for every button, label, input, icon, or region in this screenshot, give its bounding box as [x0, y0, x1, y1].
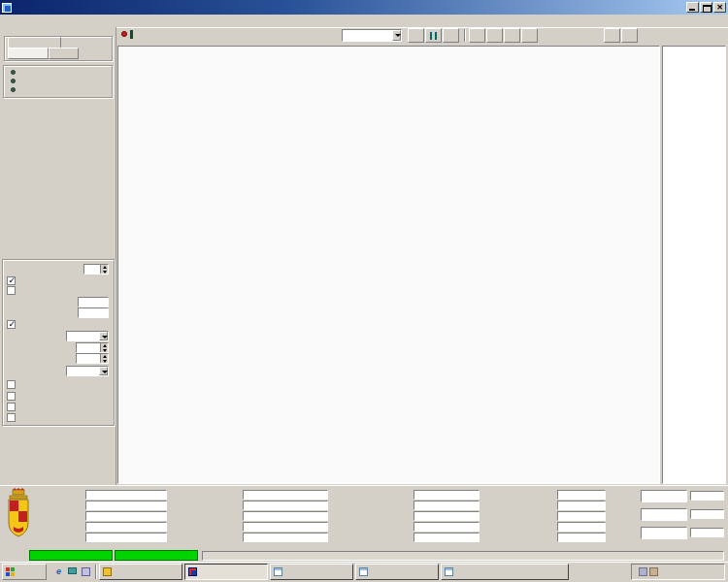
folder-icon	[103, 567, 112, 576]
beam-roll-value	[414, 522, 480, 532]
signature-value	[414, 501, 480, 510]
tray-monitor-icon[interactable]	[639, 567, 647, 576]
display-images-groupbox	[3, 65, 113, 98]
max-range-field[interactable]	[78, 307, 109, 318]
depth-tick-spin-icons[interactable]	[100, 354, 108, 363]
menu-bar	[0, 15, 728, 27]
menu-help[interactable]	[41, 20, 54, 22]
system-tray	[631, 564, 725, 580]
document-icon	[359, 567, 368, 576]
roll-waveform	[641, 490, 687, 502]
threed-checkbox[interactable]	[7, 413, 16, 422]
pitch-waveform	[641, 508, 687, 521]
heave-value	[690, 528, 724, 537]
min-range-field[interactable]	[78, 297, 109, 307]
raw-file-indicator	[29, 550, 113, 561]
speed-value	[243, 511, 328, 521]
beam-bar-icon	[130, 30, 133, 39]
echogram-display[interactable]	[117, 46, 660, 484]
latitude-value	[243, 490, 328, 500]
sec-freq-value	[414, 511, 480, 521]
survey-combo-dropdown-icon[interactable]	[392, 30, 401, 41]
quicklaunch-app-icon[interactable]	[80, 566, 92, 578]
status-strip	[202, 551, 724, 561]
menu-view[interactable]	[14, 20, 27, 22]
gain-value	[557, 522, 606, 532]
legend-bullet-icon	[11, 87, 16, 92]
tab-display[interactable]	[8, 48, 49, 59]
echogram-bullet-icon	[11, 70, 16, 75]
grid-enabled-checkbox[interactable]	[7, 320, 16, 329]
topas-app-icon	[188, 567, 197, 576]
menu-file[interactable]	[0, 20, 14, 22]
pause-button[interactable]	[425, 28, 442, 43]
roll-value	[690, 491, 724, 501]
maximize-button[interactable]	[700, 2, 712, 13]
downsampling-dropdown-icon[interactable]	[99, 367, 108, 375]
ping-number-value	[85, 511, 167, 521]
title-bar[interactable]	[0, 0, 728, 15]
level-value	[557, 511, 606, 521]
task-topas-folder[interactable]	[99, 564, 182, 580]
slope-tool-button[interactable]	[504, 28, 520, 43]
time-value	[85, 501, 167, 510]
document-icon	[445, 567, 453, 576]
task-linea128[interactable]	[441, 564, 569, 580]
trace-width-spin-icons[interactable]	[100, 265, 108, 274]
grid-depth-unit-combo[interactable]	[66, 331, 109, 341]
annotate-button[interactable]	[521, 28, 538, 43]
start-button[interactable]	[2, 564, 47, 580]
trace-length-value	[557, 501, 606, 510]
layout-button[interactable]	[604, 28, 620, 43]
document-icon	[274, 567, 282, 576]
record-led-icon	[121, 31, 127, 37]
task-linea129-a[interactable]	[270, 564, 353, 580]
longitude-value	[243, 501, 328, 510]
single-trace-panel	[662, 46, 726, 484]
ping-interval-value	[414, 490, 480, 500]
trace-width-spinner[interactable]	[83, 264, 109, 275]
quicklaunch-desktop-icon[interactable]	[66, 566, 79, 578]
show-beam-checkbox[interactable]	[7, 380, 16, 389]
tray-volume-icon[interactable]	[649, 567, 658, 576]
depth-value	[243, 533, 328, 542]
downsampling-combo[interactable]	[66, 366, 109, 376]
single-trace-bullet-icon	[11, 79, 16, 83]
line-value	[85, 533, 167, 542]
ping-tick-spin-icons[interactable]	[100, 343, 108, 352]
tab-print[interactable]	[49, 48, 79, 59]
toolbar-separator	[464, 29, 466, 42]
windows-logo-icon	[6, 567, 15, 576]
beam-pitch-value	[414, 533, 480, 542]
pause-icon	[430, 32, 437, 40]
adjust-window-checkbox[interactable]	[7, 276, 16, 285]
date-value	[85, 490, 167, 500]
adjust-trace-checkbox[interactable]	[7, 286, 16, 295]
seg-file-indicator	[115, 550, 198, 561]
start-pinging-button[interactable]	[408, 28, 424, 43]
depth-tick-spinner[interactable]	[76, 353, 109, 364]
survey-combo[interactable]	[342, 29, 402, 42]
trace-filter-button[interactable]	[486, 28, 503, 43]
heave-waveform	[641, 527, 687, 539]
pitch-value	[690, 509, 724, 519]
mark-button[interactable]	[443, 28, 459, 43]
quicklaunch-browser-icon[interactable]: e	[52, 566, 65, 578]
task-linea129-b[interactable]	[355, 564, 439, 580]
grid-depth-unit-dropdown-icon[interactable]	[99, 332, 108, 340]
ping-tick-spinner[interactable]	[76, 342, 109, 353]
scroll-lock-checkbox[interactable]	[7, 392, 16, 401]
echogram-canvas[interactable]	[118, 47, 659, 483]
app-icon	[2, 3, 12, 13]
heading-value	[243, 522, 328, 532]
minimize-button[interactable]	[686, 2, 699, 13]
armada-crest-logo	[5, 488, 32, 544]
bottom-lock-checkbox[interactable]	[7, 403, 16, 411]
trace-display-button[interactable]	[469, 28, 485, 43]
delay-value	[557, 533, 606, 542]
edit-button[interactable]	[621, 28, 638, 43]
close-button[interactable]	[713, 2, 726, 13]
job-name-value	[85, 522, 167, 532]
task-topas-app[interactable]	[184, 564, 268, 580]
menu-logon[interactable]	[27, 20, 41, 22]
